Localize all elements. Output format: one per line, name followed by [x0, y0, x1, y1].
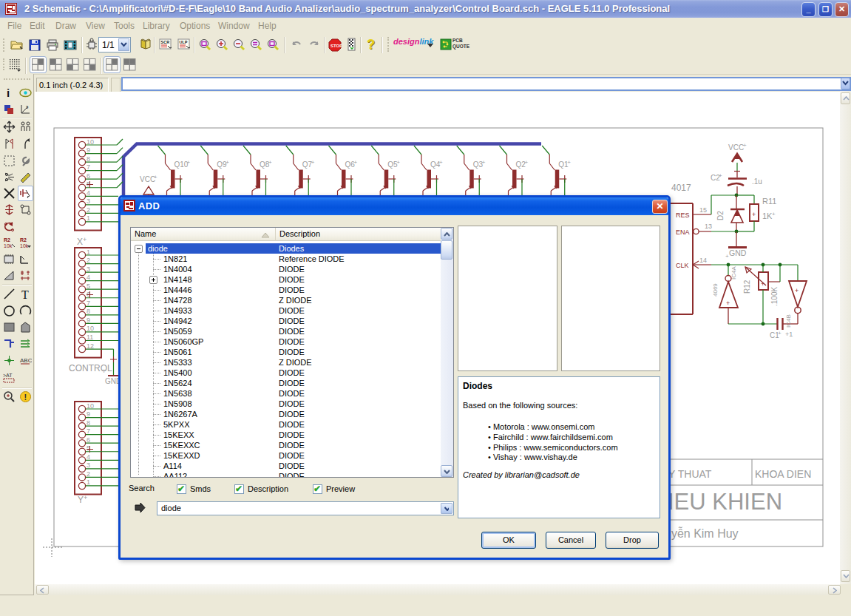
- svg-text:10k: 10k: [4, 243, 13, 248]
- svg-text:IC4B: IC4B: [785, 314, 792, 328]
- svg-text:i: i: [7, 87, 10, 99]
- svg-text:+: +: [743, 142, 747, 149]
- svg-text:X: X: [77, 237, 83, 247]
- svg-text:1: 1: [87, 214, 90, 222]
- svg-text:13: 13: [705, 223, 712, 230]
- svg-text:8: 8: [87, 155, 90, 163]
- svg-text:4017: 4017: [671, 183, 691, 193]
- svg-text:12: 12: [87, 342, 94, 350]
- svg-text:5: 5: [87, 282, 90, 290]
- svg-text:10: 10: [87, 402, 94, 410]
- svg-text:10k: 10k: [20, 243, 29, 248]
- svg-text:9: 9: [87, 317, 90, 324]
- svg-text:IEU KHIEN: IEU KHIEN: [668, 489, 782, 515]
- svg-text:ABC: ABC: [20, 357, 32, 364]
- svg-text:15: 15: [699, 206, 707, 214]
- svg-text:4: 4: [87, 189, 90, 197]
- svg-text:R12: R12: [743, 280, 751, 294]
- svg-text:14: 14: [699, 257, 707, 264]
- svg-text:9: 9: [87, 146, 90, 154]
- svg-text:GND: GND: [729, 248, 747, 257]
- svg-text:10: 10: [87, 325, 94, 332]
- svg-text:>AT: >AT: [3, 373, 13, 378]
- svg-text:R2: R2: [20, 237, 27, 243]
- svg-text:+: +: [525, 159, 529, 166]
- svg-text:R11: R11: [762, 197, 776, 206]
- svg-text:IC4A: IC4A: [730, 266, 737, 280]
- svg-text:.1u: .1u: [752, 177, 762, 186]
- svg-text:4: 4: [87, 274, 90, 281]
- svg-text:8: 8: [87, 308, 90, 315]
- svg-text:7: 7: [87, 427, 90, 435]
- svg-text:9: 9: [87, 410, 90, 418]
- svg-text:+: +: [772, 211, 776, 217]
- svg-text:!: !: [24, 393, 27, 402]
- svg-text:+: +: [482, 159, 486, 166]
- svg-text:2: 2: [87, 206, 90, 214]
- svg-text:2: 2: [87, 257, 90, 264]
- svg-text:+1: +1: [785, 331, 793, 338]
- svg-text:+: +: [83, 236, 87, 243]
- svg-text:STOP: STOP: [330, 44, 342, 48]
- svg-text:+: +: [268, 159, 272, 166]
- svg-text:7: 7: [87, 163, 90, 171]
- svg-text:+: +: [354, 159, 358, 166]
- svg-text:Y THUAT: Y THUAT: [668, 468, 712, 480]
- svg-text:R2: R2: [4, 237, 10, 243]
- svg-text:+: +: [567, 159, 571, 166]
- svg-text:+: +: [226, 159, 229, 166]
- svg-text:+: +: [439, 159, 443, 166]
- svg-text:3: 3: [87, 461, 90, 469]
- svg-text:+: +: [795, 287, 799, 294]
- svg-text:1: 1: [87, 478, 90, 486]
- svg-text:+: +: [725, 253, 729, 260]
- svg-text:VCC: VCC: [728, 143, 744, 152]
- svg-text:+: +: [396, 159, 400, 166]
- svg-text:Y: Y: [78, 495, 84, 505]
- svg-text:8: 8: [87, 419, 90, 427]
- svg-text:4069: 4069: [712, 283, 719, 297]
- svg-text:9: 9: [26, 105, 29, 109]
- svg-text:RES: RES: [676, 211, 690, 219]
- svg-text:4: 4: [87, 453, 90, 461]
- svg-text:ULP: ULP: [180, 40, 188, 44]
- svg-text:+: +: [187, 159, 191, 166]
- svg-text:+: +: [102, 368, 106, 375]
- svg-text:D2: D2: [716, 211, 725, 220]
- svg-text:10: 10: [87, 138, 94, 146]
- svg-text:3: 3: [87, 197, 90, 205]
- svg-text:7: 7: [87, 299, 90, 307]
- svg-text:3: 3: [87, 265, 90, 273]
- svg-text:+: +: [726, 299, 730, 307]
- svg-text:6: 6: [87, 172, 90, 180]
- svg-text:2: 2: [87, 470, 90, 478]
- svg-text:uyễn Kim Huy: uyễn Kim Huy: [665, 527, 739, 540]
- svg-text:SCR: SCR: [161, 40, 170, 44]
- svg-text:+: +: [778, 330, 782, 336]
- svg-text:+: +: [84, 494, 87, 501]
- svg-text:ENA: ENA: [676, 229, 690, 236]
- svg-text:+: +: [154, 174, 157, 180]
- svg-text:1: 1: [87, 248, 90, 256]
- svg-text:1K: 1K: [762, 211, 773, 220]
- svg-text:T: T: [21, 288, 29, 300]
- svg-text:+: +: [719, 172, 722, 179]
- svg-text:KHOA DIEN: KHOA DIEN: [755, 468, 811, 480]
- svg-text:CLK: CLK: [676, 262, 689, 269]
- svg-text:11: 11: [87, 334, 93, 341]
- svg-text:.100K: .100K: [770, 287, 779, 306]
- svg-text:+: +: [311, 159, 315, 166]
- svg-text:6: 6: [87, 436, 90, 444]
- svg-text:VCC: VCC: [140, 175, 155, 183]
- svg-text:+: +: [752, 211, 756, 218]
